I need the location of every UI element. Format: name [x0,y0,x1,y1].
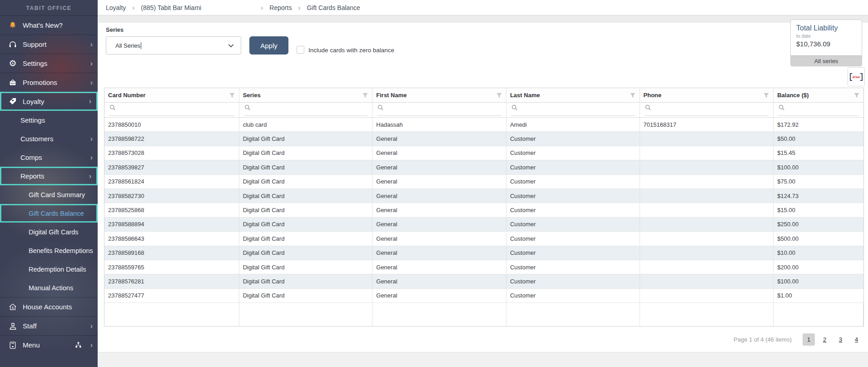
xlsx-export-icon: xlsx [850,73,863,81]
zero-balance-checkbox[interactable] [297,46,304,54]
table-cell [506,303,640,326]
chevron-right-icon: › [90,135,93,143]
table-row[interactable]: 23788586643Digital Gift CardGeneralCusto… [104,232,863,246]
table-cell [640,274,774,288]
breadcrumb-reports[interactable]: Reports [269,4,292,11]
table-cell: Customer [506,289,640,303]
table-cell: Amedi [506,118,640,131]
sidebar-item-comps[interactable]: Comps› [0,148,98,167]
page-button-1[interactable]: 1 [803,333,815,346]
export-xlsx-button[interactable]: xlsx [848,67,865,86]
table-cell: General [372,274,506,288]
page-button-3[interactable]: 3 [834,333,847,346]
search-input-card-number[interactable] [119,105,234,112]
table-cell: Digital Gift Card [239,146,373,160]
search-input-series[interactable] [254,105,368,112]
filter-funnel-icon[interactable] [496,92,502,99]
search-icon [109,104,116,113]
sale-tag-icon: SALE [8,78,18,88]
table-cell: General [372,189,506,203]
sidebar-item-label: Benefits Redemptions [29,247,93,254]
sidebar-item-staff[interactable]: Staff› [0,316,98,335]
breadcrumb-loyalty[interactable]: Loyalty [106,4,126,11]
page-button-4[interactable]: 4 [850,333,863,346]
breadcrumb-current[interactable]: Gift Cards Balance [307,4,360,11]
table-row[interactable]: 23788576281Digital Gift CardGeneralCusto… [104,274,863,288]
table-row[interactable]: 23788589168Digital Gift CardGeneralCusto… [104,246,863,260]
column-header-balance[interactable]: Balance ($) [774,88,863,102]
table-row[interactable]: 23788559765Digital Gift CardGeneralCusto… [104,260,863,274]
sidebar-item-loyalty[interactable]: Loyalty› [0,92,98,111]
total-liability-title: Total Liability [796,24,862,32]
sidebar-item-redemption-details[interactable]: Redemption Details [0,260,98,278]
app-title: TABIT OFFICE [0,0,98,13]
table-search-row [104,103,863,118]
table-cell: 23788582730 [104,189,239,203]
sidebar-item-promotions[interactable]: SALEPromotions› [0,73,98,92]
search-icon [244,104,251,113]
series-select[interactable]: All Series [106,36,241,55]
table-cell: Customer [506,132,640,145]
table-cell: $172.92 [774,118,863,131]
column-header-series[interactable]: Series [239,88,373,102]
sidebar-item-support[interactable]: Support› [0,35,98,54]
table-row[interactable]: 23788525868Digital Gift CardGeneralCusto… [104,203,863,217]
table-row[interactable]: 23788598722Digital Gift CardGeneralCusto… [104,132,863,146]
sidebar-item-gift-cards-balance[interactable]: Gift Cards Balance [0,204,98,223]
filter-funnel-icon[interactable] [362,92,368,99]
table-row[interactable]: 23788527477Digital Gift CardGeneralCusto… [104,289,863,303]
sidebar-item-label: Settings [20,116,45,124]
filter-funnel-icon[interactable] [763,92,769,99]
sidebar-item-label: Support [23,40,47,48]
sidebar-item-gift-card-summary[interactable]: Gift Card Summary [0,185,98,204]
sidebar-item-digital-gift-cards[interactable]: Digital Gift Cards [0,223,98,241]
pagination-pages: 1234 [799,333,863,346]
sidebar-item-label: Menu [23,341,40,349]
column-header-last-name[interactable]: Last Name [506,88,640,102]
apply-button[interactable]: Apply [249,36,288,55]
table-row[interactable]: 23788539827Digital Gift CardGeneralCusto… [104,160,863,174]
sidebar-item-benefits-redemptions[interactable]: Benefits Redemptions [0,241,98,260]
search-input-balance[interactable] [788,105,859,112]
search-input-last-name[interactable] [521,105,635,112]
sidebar-item-menu[interactable]: Menu› [0,335,98,354]
person-icon [8,321,18,331]
table-row[interactable]: 23788582730Digital Gift CardGeneralCusto… [104,189,863,203]
filter-funnel-icon[interactable] [630,92,636,99]
table-cell: Digital Gift Card [239,203,373,217]
column-header-first-name[interactable]: First Name [372,88,506,102]
filter-funnel-icon[interactable] [853,92,860,99]
table-cell: 23788576281 [104,274,239,288]
sidebar-item-reports[interactable]: Reports› [0,167,98,185]
filter-funnel-icon[interactable] [229,92,235,99]
table-cell: $75.00 [774,175,863,188]
search-cell-balance [774,103,863,117]
table-row[interactable]: 23788561824Digital Gift CardGeneralCusto… [104,175,863,189]
table-cell [640,146,774,160]
sidebar-item-what-s-new[interactable]: What's New? [0,15,98,35]
table-row[interactable]: 2378850010club cardHadassahAmedi70151683… [104,118,863,132]
table-row[interactable]: 23788573028Digital Gift CardGeneralCusto… [104,146,863,160]
table-cell: $200.00 [774,260,863,274]
text-caret [141,42,141,49]
table-row[interactable]: 23788588894Digital Gift CardGeneralCusto… [104,218,863,232]
search-icon [778,104,785,113]
sidebar-item-house-accounts[interactable]: $House Accounts [0,297,98,316]
breadcrumb-site[interactable]: (885) Tabit Bar Miami [141,4,254,11]
sidebar-item-settings[interactable]: Settings [0,111,98,129]
search-cell-series [239,103,373,117]
page-button-2[interactable]: 2 [818,333,831,346]
table-cell: General [372,232,506,245]
search-input-first-name[interactable] [387,105,501,112]
column-header-card-number[interactable]: Card Number [104,88,239,102]
column-header-phone[interactable]: Phone [640,88,774,102]
table-cell: 7015168317 [640,118,774,131]
table-cell: 23788598722 [104,132,239,145]
search-input-phone[interactable] [655,105,769,112]
sidebar-item-customers[interactable]: Customers› [0,129,98,148]
sidebar-item-settings[interactable]: ⚙Settings› [0,54,98,73]
gear-icon: ⚙ [8,59,18,69]
table-cell [640,246,774,260]
table-cell: 23788559765 [104,260,239,274]
sidebar-item-manual-actions[interactable]: Manual Actions [0,278,98,297]
